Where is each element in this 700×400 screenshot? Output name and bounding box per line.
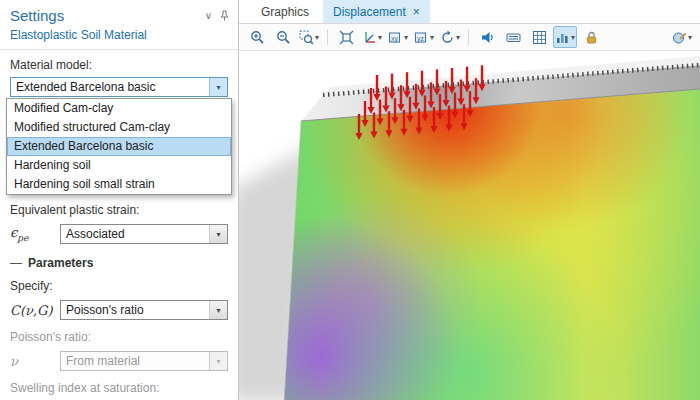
nu-symbol: ν: [10, 354, 54, 369]
material-model-value: Extended Barcelona basic: [11, 80, 209, 94]
material-model-label: Material model:: [0, 50, 238, 75]
zoom-out-icon: [276, 30, 291, 45]
view-yz-button[interactable]: yz ▾: [412, 26, 436, 48]
graphics-canvas[interactable]: [239, 51, 700, 400]
combo-dropdown-button[interactable]: ▾: [209, 225, 227, 243]
scene-light-button[interactable]: [475, 26, 499, 48]
tab-displacement[interactable]: Displacement ×: [323, 0, 430, 23]
dropdown-option[interactable]: Hardening soil small strain: [7, 175, 231, 194]
equivalent-plastic-strain-combobox[interactable]: Associated ▾: [60, 224, 228, 244]
zoom-box-icon: [299, 30, 314, 45]
material-model-combobox[interactable]: Extended Barcelona basic ▾: [10, 77, 228, 97]
displacement-plot-3d: [239, 51, 700, 400]
view-xy-icon: xy: [388, 30, 403, 45]
svg-text:xy: xy: [391, 34, 399, 42]
toolbar-separator: [468, 29, 469, 45]
lock-button[interactable]: [579, 26, 603, 48]
zoom-in-button[interactable]: [245, 26, 269, 48]
comsol-window: Settings ∨ Elastoplastic Soil Material M…: [0, 0, 700, 400]
combo-dropdown-button: ▾: [209, 352, 227, 370]
speaker-icon: [480, 30, 495, 45]
c-nu-g-symbol: C(ν,G): [10, 303, 54, 318]
graphics-toolbar: ▾ ▾: [239, 24, 700, 51]
view-xy-button[interactable]: xy ▾: [386, 26, 410, 48]
view-yz-icon: yz: [414, 30, 429, 45]
collapse-dash-icon: —: [10, 256, 22, 270]
keyboard-shortcuts-button[interactable]: [501, 26, 525, 48]
dropdown-option[interactable]: Hardening soil: [7, 156, 231, 175]
caret-down-icon: ▾: [315, 33, 319, 42]
zoom-box-button[interactable]: ▾: [297, 26, 321, 48]
poissons-ratio-combobox: From material ▾: [60, 351, 228, 371]
specify-combobox[interactable]: Poisson's ratio ▾: [60, 300, 228, 320]
parameters-section-title: Parameters: [28, 256, 93, 270]
rotate-icon: [440, 30, 455, 45]
epsilon-pe-symbol: ϵpe: [10, 225, 54, 243]
zoom-extents-icon: [339, 30, 354, 45]
caret-down-icon: ▾: [456, 33, 460, 42]
equivalent-plastic-strain-label: Equivalent plastic strain:: [0, 195, 238, 220]
svg-text:yz: yz: [417, 34, 425, 42]
plot-settings-button[interactable]: ▾: [553, 26, 577, 48]
axis-triad-icon: [362, 30, 377, 45]
settings-panel: Settings ∨ Elastoplastic Soil Material M…: [0, 0, 239, 400]
caret-down-icon: ▾: [404, 33, 408, 42]
dropdown-option[interactable]: Modified Cam-clay: [7, 99, 231, 118]
close-tab-icon[interactable]: ×: [413, 6, 420, 18]
caret-down-icon: ▾: [688, 33, 692, 42]
chevron-down-icon[interactable]: ∨: [205, 10, 212, 21]
swelling-index-label: Swelling index at saturation:: [0, 373, 238, 398]
pin-icon[interactable]: [219, 10, 230, 21]
specify-label: Specify:: [0, 271, 238, 296]
grid-icon: [532, 30, 547, 45]
toolbar-separator: [327, 29, 328, 45]
zoom-in-icon: [250, 30, 265, 45]
material-model-dropdown-list: Modified Cam-clay Modified structured Ca…: [6, 98, 232, 195]
combo-dropdown-button[interactable]: ▾: [209, 78, 227, 96]
caret-down-icon: ▾: [430, 33, 434, 42]
rotate-view-button[interactable]: ▾: [438, 26, 462, 48]
graphics-tab-bar: Graphics Displacement ×: [239, 0, 700, 24]
settings-subtitle: Elastoplastic Soil Material: [0, 24, 238, 50]
lock-icon: [584, 30, 599, 45]
settings-title: Settings: [10, 7, 205, 24]
dropdown-option-selected[interactable]: Extended Barcelona basic: [7, 137, 231, 156]
settings-header: Settings ∨: [0, 0, 238, 24]
snapshot-button[interactable]: ▾: [670, 26, 694, 48]
caret-down-icon: ▾: [571, 33, 575, 42]
caret-down-icon: ▾: [378, 33, 382, 42]
parameters-section-header[interactable]: — Parameters: [0, 246, 238, 271]
snapshot-icon: [672, 30, 687, 45]
keyboard-icon: [506, 30, 521, 45]
zoom-extents-button[interactable]: [334, 26, 358, 48]
zoom-out-button[interactable]: [271, 26, 295, 48]
dropdown-option[interactable]: Modified structured Cam-clay: [7, 118, 231, 137]
tab-graphics[interactable]: Graphics: [251, 0, 319, 23]
plot-settings-icon: [555, 30, 570, 45]
graphics-panel: Graphics Displacement ×: [239, 0, 700, 400]
go-to-default-view-button[interactable]: ▾: [360, 26, 384, 48]
grid-button[interactable]: [527, 26, 551, 48]
poissons-ratio-label: Poisson's ratio:: [0, 322, 238, 347]
combo-dropdown-button[interactable]: ▾: [209, 301, 227, 319]
